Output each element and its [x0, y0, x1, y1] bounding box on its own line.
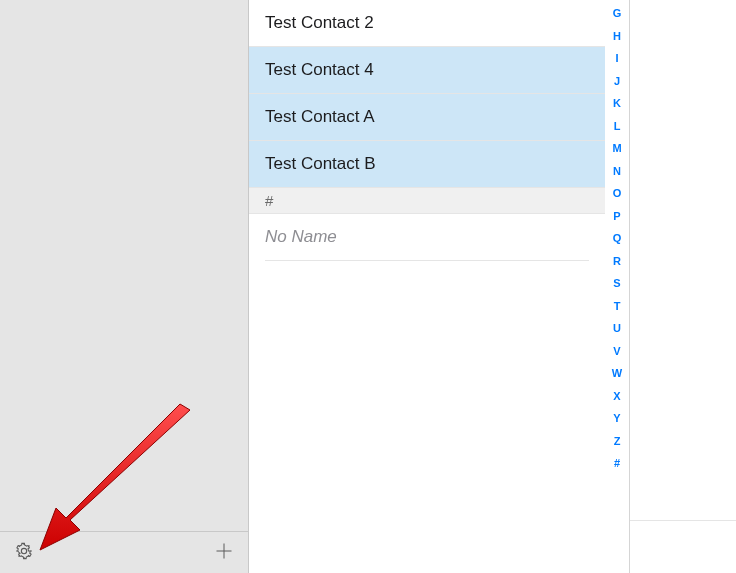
sidebar-content: [0, 0, 248, 531]
index-letter[interactable]: Q: [613, 233, 622, 244]
index-letter[interactable]: T: [614, 301, 621, 312]
index-letter[interactable]: N: [613, 166, 621, 177]
index-letter[interactable]: S: [613, 278, 620, 289]
index-letter[interactable]: #: [614, 458, 620, 469]
index-letter[interactable]: V: [613, 346, 620, 357]
gear-icon: [14, 541, 34, 565]
index-letter[interactable]: U: [613, 323, 621, 334]
contact-row[interactable]: Test Contact A: [249, 94, 605, 141]
detail-divider: [630, 520, 736, 521]
index-letter[interactable]: X: [613, 391, 620, 402]
section-header: #: [249, 188, 605, 214]
contact-row[interactable]: Test Contact 4: [249, 47, 605, 94]
index-letter[interactable]: W: [612, 368, 622, 379]
index-letter[interactable]: G: [613, 8, 622, 19]
index-letter[interactable]: O: [613, 188, 622, 199]
index-letter[interactable]: K: [613, 98, 621, 109]
noname-label: No Name: [265, 227, 589, 261]
app-container: Test Contact 2 Test Contact 4 Test Conta…: [0, 0, 736, 573]
contact-row[interactable]: Test Contact B: [249, 141, 605, 188]
index-letter[interactable]: H: [613, 31, 621, 42]
index-letter[interactable]: P: [613, 211, 620, 222]
index-letter[interactable]: Z: [614, 436, 621, 447]
add-button[interactable]: [212, 541, 236, 565]
index-letter[interactable]: Y: [613, 413, 620, 424]
settings-button[interactable]: [12, 541, 36, 565]
contact-row[interactable]: Test Contact 2: [249, 0, 605, 47]
sidebar-toolbar: [0, 531, 248, 573]
alpha-index-bar: G H I J K L M N O P Q R S T U V W X Y Z …: [605, 0, 629, 573]
index-letter[interactable]: J: [614, 76, 620, 87]
plus-icon: [214, 541, 234, 565]
svg-point-0: [21, 548, 26, 553]
index-letter[interactable]: I: [615, 53, 618, 64]
contacts-list: Test Contact 2 Test Contact 4 Test Conta…: [249, 0, 605, 573]
contacts-panel: Test Contact 2 Test Contact 4 Test Conta…: [249, 0, 630, 573]
detail-panel: [630, 0, 736, 573]
groups-sidebar: [0, 0, 249, 573]
contact-row-noname[interactable]: No Name: [249, 214, 605, 261]
index-letter[interactable]: L: [614, 121, 621, 132]
index-letter[interactable]: M: [612, 143, 621, 154]
index-letter[interactable]: R: [613, 256, 621, 267]
